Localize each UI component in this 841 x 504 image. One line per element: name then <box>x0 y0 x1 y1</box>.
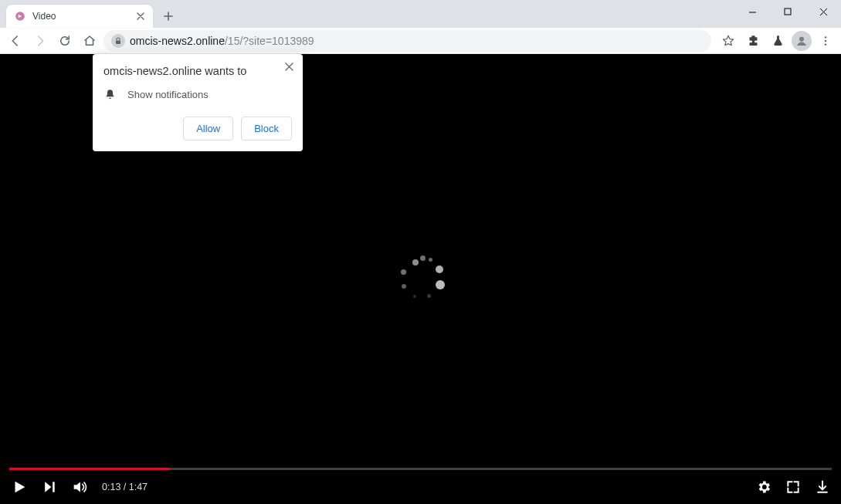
svg-point-6 <box>825 43 826 45</box>
address-bar-url: omcis-news2.online/15/?site=1013989 <box>130 35 314 47</box>
reload-button[interactable] <box>54 30 76 52</box>
svg-point-4 <box>825 36 826 38</box>
forward-button[interactable] <box>29 30 51 52</box>
back-button[interactable] <box>5 30 26 52</box>
address-bar[interactable]: omcis-news2.online/15/?site=1013989 <box>103 30 711 52</box>
volume-button[interactable] <box>71 479 88 496</box>
tab-favicon <box>14 10 26 22</box>
svg-rect-2 <box>116 40 120 44</box>
svg-point-3 <box>799 36 804 41</box>
notification-permission-popup: omcis-news2.online wants to Show notific… <box>93 54 303 151</box>
allow-button[interactable]: Allow <box>183 117 233 140</box>
new-tab-button[interactable] <box>158 5 179 27</box>
window-minimize-button[interactable] <box>734 0 770 23</box>
play-button[interactable] <box>11 479 28 496</box>
window-controls <box>734 0 841 23</box>
chrome-menu-icon[interactable] <box>815 30 836 52</box>
svg-rect-7 <box>53 482 55 492</box>
popup-title: omcis-news2.online wants to <box>103 65 292 77</box>
browser-tab[interactable]: Video <box>6 5 153 28</box>
window-close-button[interactable] <box>805 0 841 23</box>
popup-message: Show notifications <box>127 89 209 100</box>
bookmark-star-icon[interactable] <box>717 30 739 52</box>
fullscreen-button[interactable] <box>785 479 801 495</box>
window-titlebar: Video <box>0 0 841 28</box>
popup-close-icon[interactable] <box>281 59 297 74</box>
home-button[interactable] <box>79 30 100 52</box>
browser-toolbar: omcis-news2.online/15/?site=1013989 <box>0 28 841 54</box>
labs-icon[interactable] <box>767 30 788 52</box>
tab-title: Video <box>32 11 128 22</box>
next-button[interactable] <box>42 479 57 495</box>
download-button[interactable] <box>815 479 830 495</box>
block-button[interactable]: Block <box>241 117 292 140</box>
video-controls: 0:13 / 1:47 <box>0 470 841 504</box>
settings-gear-icon[interactable] <box>756 479 771 495</box>
window-maximize-button[interactable] <box>770 0 805 23</box>
video-loading-spinner <box>399 258 443 301</box>
svg-point-5 <box>825 39 826 41</box>
svg-rect-1 <box>785 8 791 15</box>
tab-close-icon[interactable] <box>134 10 147 22</box>
video-time-display: 0:13 / 1:47 <box>102 482 148 492</box>
profile-avatar[interactable] <box>792 31 812 51</box>
site-info-lock-icon[interactable] <box>111 34 125 48</box>
bell-icon <box>103 88 117 101</box>
extensions-icon[interactable] <box>742 30 764 52</box>
